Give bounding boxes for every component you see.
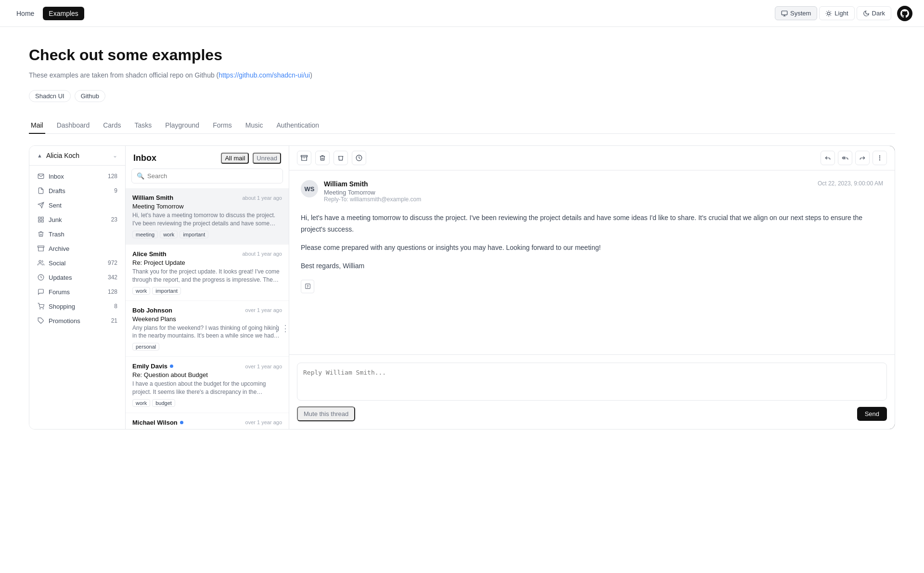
more-btn[interactable]	[873, 151, 887, 165]
svg-rect-15	[38, 221, 40, 222]
reply-box	[297, 363, 887, 401]
email-detail-body: WS William Smith Meeting Tomorrow Reply-…	[289, 170, 895, 354]
trash-icon	[37, 230, 45, 238]
svg-point-27	[879, 160, 880, 160]
nav-home[interactable]: Home	[12, 7, 39, 20]
sidebar-item-social[interactable]: Social 972	[33, 256, 121, 270]
tab-mail[interactable]: Mail	[29, 117, 45, 134]
sidebar-item-sent[interactable]: Sent	[33, 198, 121, 212]
sidebar-item-forums[interactable]: Forums 128	[33, 285, 121, 299]
sidebar-badge: 128	[108, 288, 117, 295]
theme-system-btn[interactable]: System	[775, 6, 817, 20]
email-items: William Smith about 1 year ago Meeting T…	[126, 188, 289, 429]
snooze-btn[interactable]	[352, 151, 366, 165]
email-tag: work	[132, 399, 150, 407]
sidebar-item-label: Drafts	[49, 187, 65, 195]
tab-music[interactable]: Music	[244, 117, 265, 134]
sidebar-item-drafts[interactable]: Drafts 9	[33, 184, 121, 197]
email-preview: Thank you for the project update. It loo…	[132, 268, 282, 284]
sidebar-item-left: Sent	[37, 201, 62, 209]
tab-cards[interactable]: Cards	[101, 117, 123, 134]
sidebar-item-label: Social	[49, 260, 65, 267]
mute-btn[interactable]: Mute this thread	[297, 406, 355, 421]
svg-line-5	[831, 15, 831, 15]
email-sender: Emily Davis	[132, 363, 173, 370]
sidebar-badge: 972	[108, 260, 117, 266]
search-input[interactable]	[147, 172, 278, 180]
email-toolbar	[289, 146, 895, 170]
email-date: Oct 22, 2023, 9:00:00 AM	[818, 180, 883, 187]
github-badge[interactable]: Github	[75, 90, 105, 102]
email-item[interactable]: Bob Johnson over 1 year ago Weekend Plan…	[126, 301, 289, 357]
tab-dashboard[interactable]: Dashboard	[55, 117, 92, 134]
theme-light-btn[interactable]: Light	[819, 6, 854, 20]
reply-all-btn[interactable]	[838, 151, 852, 165]
avatar: WS	[301, 180, 318, 197]
sidebar-item-inbox[interactable]: Inbox 128	[33, 169, 121, 183]
github-icon[interactable]	[897, 6, 912, 21]
sidebar-item-left: Junk	[37, 216, 62, 223]
tab-authentication[interactable]: Authentication	[274, 117, 321, 134]
email-sender: William Smith	[132, 194, 173, 201]
sidebar-item-label: Inbox	[49, 173, 64, 180]
email-preview: Hi, let's have a meeting tomorrow to dis…	[132, 211, 282, 228]
clock-icon	[356, 155, 362, 161]
forward-btn[interactable]	[855, 151, 870, 165]
sidebar-item-label: Forums	[49, 288, 70, 296]
nav-examples[interactable]: Examples	[43, 7, 84, 20]
svg-line-4	[827, 11, 827, 12]
sidebar-nav: Inbox 128 Drafts 9 Sent Junk 23 Trash Ar…	[29, 166, 125, 429]
theme-dark-btn[interactable]: Dark	[857, 6, 891, 20]
email-sender: Bob Johnson	[132, 307, 172, 314]
reply-btn[interactable]	[821, 151, 835, 165]
attach-icon[interactable]	[301, 280, 314, 293]
send-btn[interactable]: Send	[857, 407, 887, 421]
message-icon	[37, 288, 45, 296]
email-item-header: Bob Johnson over 1 year ago	[132, 307, 282, 314]
email-item[interactable]: William Smith about 1 year ago Meeting T…	[126, 188, 289, 245]
svg-point-1	[827, 12, 830, 15]
filter-all-btn[interactable]: All mail	[221, 153, 249, 164]
sidebar-item-trash[interactable]: Trash	[33, 227, 121, 241]
inbox-title: Inbox	[133, 153, 156, 163]
tab-playground[interactable]: Playground	[163, 117, 201, 134]
body-p1: Hi, let's have a meeting tomorrow to dis…	[301, 212, 883, 235]
email-subject: Re: Question about Budget	[132, 371, 282, 378]
filter-unread-btn[interactable]: Unread	[253, 153, 281, 164]
drag-handle[interactable]: ⋮⋮	[272, 323, 289, 334]
move-junk-btn[interactable]	[315, 151, 330, 165]
sidebar: ▲ Alicia Koch ⌄ Inbox 128 Drafts 9 Sent …	[29, 146, 126, 429]
sidebar-item-shopping[interactable]: Shopping 8	[33, 300, 121, 313]
file-icon	[37, 187, 45, 195]
tab-forms[interactable]: Forms	[211, 117, 234, 134]
email-item[interactable]: Alice Smith about 1 year ago Re: Project…	[126, 245, 289, 301]
tab-tasks[interactable]: Tasks	[133, 117, 154, 134]
email-item[interactable]: Michael Wilson over 1 year ago Important…	[126, 413, 289, 430]
shopping-icon	[37, 302, 45, 310]
sidebar-item-archive[interactable]: Archive	[33, 242, 121, 255]
sidebar-item-updates[interactable]: Updates 342	[33, 271, 121, 284]
delete-btn[interactable]	[334, 151, 348, 165]
sidebar-header: ▲ Alicia Koch ⌄	[29, 146, 125, 166]
unread-dot	[170, 365, 173, 368]
send-icon	[37, 201, 45, 209]
sidebar-item-junk[interactable]: Junk 23	[33, 213, 121, 226]
shadcn-ui-badge[interactable]: Shadcn UI	[29, 90, 71, 102]
reply-input[interactable]	[303, 369, 881, 393]
shadcn-link[interactable]: https://github.com/shadcn-ui/ui	[218, 71, 310, 79]
page-subtitle: These examples are taken from shadcn off…	[29, 70, 895, 80]
sidebar-item-promotions[interactable]: Promotions 21	[33, 314, 121, 327]
svg-line-8	[827, 15, 827, 15]
email-item[interactable]: Emily Davis over 1 year ago Re: Question…	[126, 357, 289, 413]
archive-btn[interactable]	[297, 151, 311, 165]
grid-icon	[37, 216, 45, 223]
unread-dot	[180, 421, 183, 424]
archive-icon	[37, 245, 45, 252]
sidebar-item-left: Updates	[37, 273, 72, 281]
sidebar-item-left: Promotions	[37, 317, 80, 325]
svg-point-25	[879, 156, 880, 156]
junk-icon	[319, 155, 326, 161]
email-list: Inbox All mail Unread 🔍 William Smith ab…	[126, 146, 289, 429]
reply-all-icon	[842, 155, 848, 161]
forward-icon	[859, 155, 866, 161]
